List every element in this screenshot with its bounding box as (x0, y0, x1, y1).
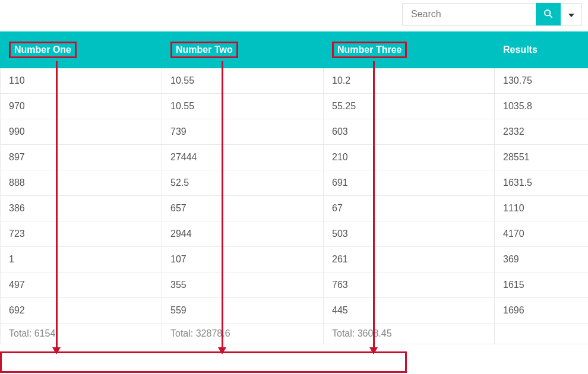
table-cell: 1035.8 (495, 94, 589, 119)
table-cell: 503 (324, 221, 495, 247)
table-cell: 130.75 (495, 68, 589, 94)
table-row: 9907396032332 (1, 119, 589, 145)
table-row: 72329445034170 (1, 221, 589, 247)
dropdown-button[interactable] (561, 3, 582, 26)
table-cell: 55.25 (324, 94, 495, 119)
table-row: 97010.5555.251035.8 (1, 94, 589, 119)
table-cell: 2944 (162, 221, 324, 247)
search-icon (543, 9, 553, 20)
column-header[interactable]: Results (495, 32, 589, 68)
table-cell: 355 (162, 272, 324, 298)
column-header[interactable]: Number Three (324, 32, 495, 68)
table-cell: 897 (1, 145, 162, 170)
annotation-arrow-head (218, 347, 226, 354)
table-cell: 497 (1, 272, 162, 298)
table-row: 8972744421028551 (1, 145, 589, 170)
annotation-box: Number Two (170, 42, 238, 58)
table-header-row: Number OneNumber TwoNumber ThreeResults (1, 32, 589, 68)
table-footer-row: Total: 6154Total: 32878.6Total: 3608.45 (1, 324, 589, 344)
table-cell: 739 (162, 119, 324, 145)
table-cell: 386 (1, 196, 162, 221)
table-cell: 67 (324, 196, 495, 221)
search-button[interactable] (536, 3, 561, 26)
table-cell: 559 (162, 298, 324, 324)
table-cell: 970 (1, 94, 162, 119)
annotation-box: Number Three (332, 42, 407, 58)
annotation-footer-box (0, 351, 407, 373)
svg-line-1 (549, 15, 552, 18)
annotation-arrow-head (52, 347, 61, 354)
column-header[interactable]: Number Two (162, 32, 324, 68)
table-row: 1107261369 (1, 247, 589, 272)
table-cell: 888 (1, 170, 162, 196)
search-bar (0, 3, 588, 31)
column-header[interactable]: Number One (1, 32, 162, 68)
table-cell: 657 (162, 196, 324, 221)
svg-point-0 (545, 10, 550, 15)
table-footer-cell: Total: 6154 (1, 324, 162, 344)
table-cell: 28551 (495, 145, 589, 170)
table-cell: 261 (324, 247, 495, 272)
table-cell: 1696 (495, 298, 589, 324)
caret-down-icon (568, 10, 574, 19)
table-cell: 10.55 (162, 94, 324, 119)
table-footer-cell: Total: 3608.45 (324, 324, 495, 344)
table-cell: 763 (324, 272, 495, 298)
table-cell: 723 (1, 221, 162, 247)
table-footer-cell (495, 324, 589, 344)
table-cell: 110 (1, 68, 162, 94)
table-cell: 10.2 (324, 68, 495, 94)
table-cell: 10.55 (162, 68, 324, 94)
table-cell: 1631.5 (495, 170, 589, 196)
annotation-arrow-head (369, 347, 378, 354)
table-row: 6925594451696 (1, 298, 589, 324)
table-row: 4973557631615 (1, 272, 589, 298)
table-row: 386657671110 (1, 196, 589, 221)
table-cell: 603 (324, 119, 495, 145)
table-cell: 369 (495, 247, 589, 272)
annotation-box: Number One (9, 42, 77, 58)
table-row: 88852.56911631.5 (1, 170, 589, 196)
table-cell: 107 (162, 247, 324, 272)
data-table: Number OneNumber TwoNumber ThreeResults … (0, 31, 588, 344)
table-cell: 1 (1, 247, 162, 272)
table-cell: 210 (324, 145, 495, 170)
table-cell: 2332 (495, 119, 589, 145)
table-cell: 4170 (495, 221, 589, 247)
table-footer-cell: Total: 32878.6 (162, 324, 324, 344)
table-cell: 1110 (495, 196, 589, 221)
table-cell: 52.5 (162, 170, 324, 196)
table-cell: 691 (324, 170, 495, 196)
search-input[interactable] (402, 3, 536, 26)
table-row: 11010.5510.2130.75 (1, 68, 589, 94)
table-cell: 990 (1, 119, 162, 145)
table-cell: 692 (1, 298, 162, 324)
table-cell: 445 (324, 298, 495, 324)
table-cell: 1615 (495, 272, 589, 298)
table-cell: 27444 (162, 145, 324, 170)
